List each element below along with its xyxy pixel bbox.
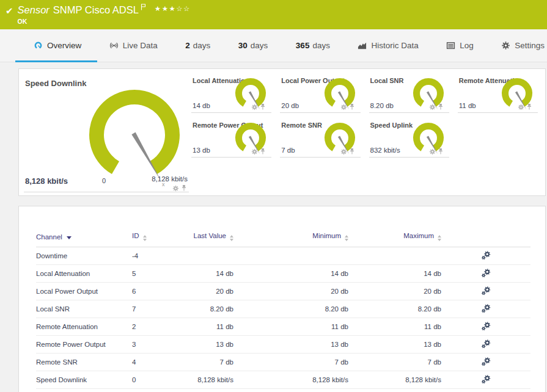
tab-label: Log bbox=[460, 41, 474, 50]
sort-icon bbox=[438, 235, 441, 241]
gauge-tile-speed-uplink[interactable]: Speed Uplink832 kbit/s bbox=[369, 121, 449, 158]
tab-label: days bbox=[193, 41, 211, 50]
tab-settings[interactable]: Settings bbox=[501, 29, 545, 62]
column-header-id[interactable]: ID bbox=[132, 228, 186, 247]
column-header-minimum[interactable]: Minimum bbox=[233, 228, 348, 247]
cell-channel[interactable]: Remote Attenuation bbox=[36, 318, 132, 336]
channel-settings-gears-icon[interactable] bbox=[482, 251, 491, 260]
pin-icon[interactable] bbox=[438, 148, 443, 155]
tab-label: days bbox=[312, 41, 330, 50]
cell-id: 0 bbox=[132, 371, 186, 389]
status-badge: OK bbox=[18, 18, 191, 25]
gear-icon[interactable] bbox=[429, 148, 436, 155]
channel-settings-gears-icon[interactable] bbox=[482, 304, 491, 313]
gear-icon[interactable] bbox=[340, 104, 347, 111]
tab-365-days[interactable]: 365days bbox=[296, 29, 330, 62]
channel-settings-gears-icon[interactable] bbox=[482, 269, 491, 278]
column-header-channel[interactable]: Channel bbox=[36, 228, 132, 247]
pin-icon[interactable] bbox=[527, 103, 532, 111]
prtg-sensor-page: ✔ Sensor SNMP Cisco ADSL ★★★☆☆ OK Overvi… bbox=[0, 0, 547, 392]
gear-icon[interactable] bbox=[251, 104, 258, 111]
gauge-label: Speed Uplink bbox=[370, 122, 413, 129]
gear-icon[interactable] bbox=[429, 104, 436, 111]
cell-channel[interactable]: Remote SNR bbox=[36, 354, 132, 371]
icon-chart bbox=[358, 41, 367, 50]
gear-icon[interactable] bbox=[340, 148, 347, 155]
table-row-remote-power-output: Remote Power Output313 db13 db13 db bbox=[36, 336, 530, 354]
tab-live-data[interactable]: Live Data bbox=[109, 29, 158, 62]
gauge-tile-local-power-output[interactable]: Local Power Output20 db bbox=[280, 76, 360, 113]
tab-log[interactable]: Log bbox=[446, 29, 474, 62]
channel-settings-gears-icon[interactable] bbox=[482, 339, 491, 349]
tab-label: days bbox=[251, 41, 268, 50]
tab-bar: OverviewLive Data2days30days365daysHisto… bbox=[0, 29, 547, 62]
gauge-tile-local-snr[interactable]: Local SNR8.20 db bbox=[369, 76, 449, 113]
cell-minimum: 8,128 kbit/s bbox=[233, 371, 348, 389]
cell-last-value: 13 db bbox=[186, 336, 233, 354]
channels-table: ChannelIDLast ValueMinimumMaximum Downti… bbox=[36, 228, 530, 392]
cell-last-value: 20 db bbox=[186, 283, 233, 300]
gauge-tile-remote-attenuation[interactable]: Remote Attenuation11 db bbox=[458, 76, 538, 113]
tab-number: 365 bbox=[296, 41, 310, 50]
pin-icon[interactable] bbox=[350, 148, 354, 155]
cell-id: 7 bbox=[132, 300, 186, 318]
cell-maximum bbox=[348, 247, 441, 265]
cell-minimum: 832 kbit/s bbox=[233, 389, 348, 392]
cell-last-value: 832 kbit/s bbox=[186, 389, 233, 392]
cell-minimum: 14 db bbox=[233, 265, 348, 283]
gauge-tile-remote-snr[interactable]: Remote SNR7 db bbox=[280, 121, 360, 158]
cell-id: 2 bbox=[132, 318, 186, 336]
tab-historic-data[interactable]: Historic Data bbox=[358, 29, 418, 62]
tab-overview[interactable]: Overview bbox=[34, 29, 81, 62]
gear-icon[interactable] bbox=[251, 148, 258, 155]
sensor-title-prefix: Sensor bbox=[18, 4, 50, 15]
cell-channel[interactable]: Local SNR bbox=[36, 300, 132, 318]
gear-icon[interactable] bbox=[518, 104, 524, 111]
pin-icon[interactable] bbox=[350, 103, 354, 111]
gauge-label: Remote SNR bbox=[281, 122, 322, 129]
cell-maximum: 14 db bbox=[348, 265, 441, 283]
gear-icon[interactable] bbox=[172, 185, 179, 192]
channel-settings-gears-icon[interactable] bbox=[482, 357, 491, 366]
cell-channel[interactable]: Local Power Output bbox=[36, 283, 132, 300]
channel-settings-gears-icon[interactable] bbox=[482, 322, 491, 331]
gauge-tile-local-attenuation[interactable]: Local Attenuation14 db bbox=[191, 76, 271, 113]
channel-settings-gears-icon[interactable] bbox=[482, 375, 491, 384]
gauge-value: 832 kbit/s bbox=[370, 147, 400, 154]
pin-icon[interactable] bbox=[438, 103, 443, 111]
column-header-maximum[interactable]: Maximum bbox=[348, 228, 441, 247]
icon-live bbox=[109, 41, 119, 50]
column-header-last-value[interactable]: Last Value bbox=[186, 228, 233, 247]
cell-channel[interactable]: Speed Downlink bbox=[36, 371, 132, 389]
cell-channel[interactable]: Local Attenuation bbox=[36, 265, 132, 283]
ok-check-icon: ✔ bbox=[6, 6, 13, 15]
tab-2-days[interactable]: 2days bbox=[185, 29, 210, 62]
cell-channel[interactable]: Remote Power Output bbox=[36, 336, 132, 354]
tab-label: Historic Data bbox=[371, 41, 418, 50]
gauge-value: 8.20 db bbox=[370, 102, 394, 109]
tab-label: Live Data bbox=[123, 41, 158, 50]
priority-stars[interactable]: ★★★☆☆ bbox=[155, 5, 191, 13]
cell-last-value: 14 db bbox=[186, 265, 233, 283]
gauge-value: 7 db bbox=[281, 147, 295, 154]
gauge-tile-remote-power-output[interactable]: Remote Power Output13 db bbox=[191, 121, 271, 158]
cell-channel[interactable]: Speed Uplink bbox=[36, 389, 132, 392]
icon-log bbox=[446, 41, 455, 50]
cell-id: -4 bbox=[132, 247, 186, 265]
cell-channel[interactable]: Downtime bbox=[36, 247, 132, 265]
cell-maximum: 8,128 kbit/s bbox=[348, 371, 441, 389]
cell-last-value: 7 db bbox=[186, 354, 233, 371]
cell-maximum: 20 db bbox=[348, 283, 441, 300]
flag-icon bbox=[141, 4, 146, 10]
pin-icon[interactable] bbox=[260, 148, 265, 155]
gauge-tile-speed-downlink[interactable]: Speed Downlink x 0 8,128 kbit/s 8,128 kb… bbox=[24, 71, 189, 192]
cell-last-value: 8,128 kbit/s bbox=[186, 371, 233, 389]
channel-settings-gears-icon[interactable] bbox=[482, 286, 491, 296]
table-row-downtime: Downtime-4 bbox=[36, 247, 530, 265]
pin-icon[interactable] bbox=[182, 184, 186, 192]
column-header-tools bbox=[441, 228, 530, 247]
pin-icon[interactable] bbox=[260, 103, 265, 111]
cell-minimum: 7 db bbox=[233, 354, 348, 371]
tab-30-days[interactable]: 30days bbox=[238, 29, 268, 62]
sensor-name: SNMP Cisco ADSL bbox=[53, 4, 139, 15]
